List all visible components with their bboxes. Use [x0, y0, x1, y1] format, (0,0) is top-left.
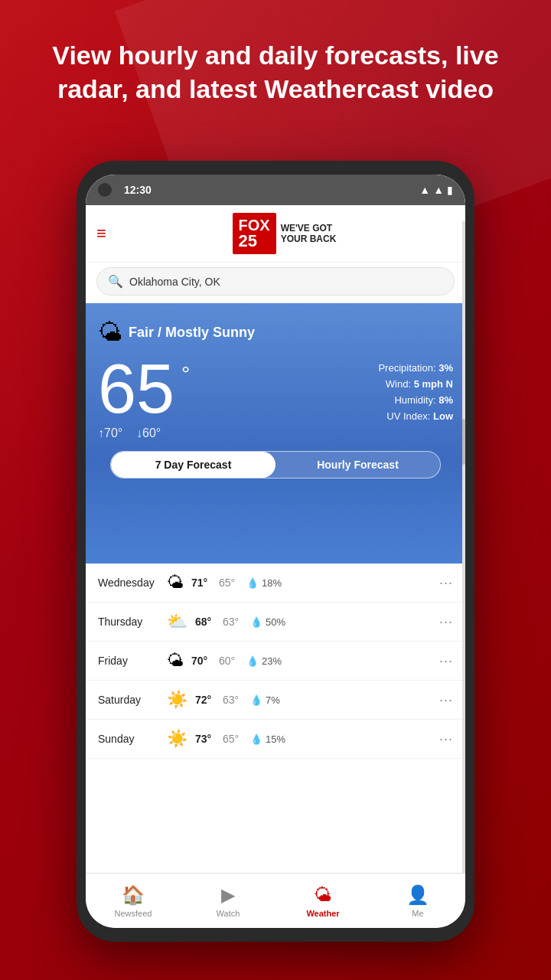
bottom-nav: 🏠 Newsfeed ▶ Watch 🌤 Weather 👤 Me — [86, 873, 465, 928]
forecast-precip-1: 💧 50% — [250, 616, 439, 628]
scrollbar — [462, 220, 465, 882]
forecast-row: Saturday ☀️ 72° 63° 💧 7% ··· — [86, 681, 465, 720]
menu-icon[interactable]: ≡ — [96, 224, 106, 243]
scrollbar-thumb — [462, 419, 465, 465]
humidity-detail: Humidity: 8% — [378, 394, 453, 406]
forecast-precip-3: 💧 7% — [250, 694, 439, 706]
weather-icon: 🌤 — [314, 884, 332, 906]
headline-text: View hourly and daily forecasts, live ra… — [31, 38, 520, 106]
status-time: 12:30 — [124, 184, 152, 196]
forecast-more-1[interactable]: ··· — [439, 614, 453, 630]
search-input[interactable] — [129, 276, 443, 288]
logo-box: FOX 25 — [233, 213, 276, 254]
nav-item-weather[interactable]: 🌤 Weather — [276, 884, 370, 918]
weather-condition-text: Fair / Mostly Sunny — [129, 325, 255, 341]
temperature-value: 65 — [98, 351, 174, 427]
forecast-day-3: Saturday — [98, 694, 167, 706]
forecast-low-2: 60° — [219, 655, 246, 667]
temp-low: ↓60° — [136, 426, 161, 439]
forecast-tabs: 7 Day Forecast Hourly Forecast — [110, 451, 441, 479]
phone-screen: 12:30 ▲ ▲ ▮ ≡ FOX 25 WE'VE GOT YOUR BACK — [86, 175, 465, 928]
play-icon: ▶ — [221, 884, 235, 906]
logo-fox: FOX — [239, 217, 270, 233]
forecast-icon-4: ☀️ — [167, 729, 187, 749]
wifi-icon: ▲ — [419, 184, 430, 196]
forecast-day-4: Sunday — [98, 733, 167, 745]
forecast-high-4: 73° — [195, 733, 223, 745]
humidity-value: 8% — [439, 394, 453, 406]
logo-tagline: WE'VE GOT YOUR BACK — [281, 223, 337, 245]
forecast-icon-2: 🌤 — [167, 651, 184, 671]
temperature-section: 65 ° ↑70° ↓60° — [98, 354, 174, 440]
uv-detail: UV Index: Low — [378, 410, 453, 422]
weather-label: Weather — [306, 909, 339, 918]
forecast-precip-4: 💧 15% — [250, 733, 439, 745]
signal-icon: ▲ — [433, 184, 444, 196]
forecast-precip-0: 💧 18% — [246, 577, 439, 589]
forecast-high-3: 72° — [195, 694, 223, 706]
forecast-icon-1: ⛅ — [167, 612, 187, 632]
weather-main: 65 ° ↑70° ↓60° Precipitation: 3% — [98, 354, 453, 440]
forecast-high-0: 71° — [191, 577, 219, 589]
forecast-row: Thursday ⛅ 68° 63° 💧 50% ··· — [86, 603, 465, 642]
uv-value: Low — [433, 410, 453, 422]
app-header: ≡ FOX 25 WE'VE GOT YOUR BACK — [86, 205, 465, 263]
logo-number: 25 — [239, 233, 270, 250]
temperature-degree: ° — [181, 362, 190, 387]
forecast-row: Sunday ☀️ 73° 65° 💧 15% ··· — [86, 720, 465, 759]
watch-label: Watch — [217, 909, 240, 918]
forecast-high-1: 68° — [195, 616, 223, 628]
nav-item-newsfeed[interactable]: 🏠 Newsfeed — [86, 884, 181, 918]
phone-frame: 12:30 ▲ ▲ ▮ ≡ FOX 25 WE'VE GOT YOUR BACK — [77, 161, 474, 942]
precip-detail: Precipitation: 3% — [378, 362, 453, 374]
forecast-more-4[interactable]: ··· — [439, 731, 453, 747]
weather-condition: 🌤 Fair / Mostly Sunny — [98, 318, 453, 347]
forecast-list: Wednesday 🌤 71° 65° 💧 18% ··· Thursday ⛅… — [86, 564, 465, 759]
battery-icon: ▮ — [447, 184, 453, 196]
forecast-more-3[interactable]: ··· — [439, 692, 453, 708]
forecast-icon-3: ☀️ — [167, 690, 187, 710]
tab-7day[interactable]: 7 Day Forecast — [111, 452, 276, 478]
person-icon: 👤 — [406, 884, 429, 906]
logo-container: FOX 25 WE'VE GOT YOUR BACK — [114, 213, 455, 254]
forecast-more-0[interactable]: ··· — [439, 575, 453, 591]
forecast-low-1: 63° — [223, 616, 250, 628]
forecast-row: Friday 🌤 70° 60° 💧 23% ··· — [86, 642, 465, 681]
forecast-icon-0: 🌤 — [167, 573, 184, 593]
forecast-row: Wednesday 🌤 71° 65° 💧 18% ··· — [86, 564, 465, 603]
wind-value: 5 mph N — [414, 378, 453, 390]
forecast-precip-2: 💧 23% — [246, 655, 439, 667]
forecast-day-1: Thursday — [98, 616, 167, 628]
weather-hero: 🌤 Fair / Mostly Sunny 65 ° ↑70° ↓60° — [86, 303, 465, 564]
weather-details: Precipitation: 3% Wind: 5 mph N Humidity… — [378, 362, 453, 426]
forecast-high-2: 70° — [191, 655, 219, 667]
weather-condition-icon: 🌤 — [98, 318, 122, 347]
me-label: Me — [412, 909, 423, 918]
newsfeed-label: Newsfeed — [115, 909, 152, 918]
forecast-day-0: Wednesday — [98, 577, 167, 589]
forecast-low-3: 63° — [223, 694, 250, 706]
temp-high: ↑70° — [98, 426, 122, 439]
forecast-low-0: 65° — [219, 577, 246, 589]
precip-value: 3% — [439, 362, 453, 374]
nav-item-watch[interactable]: ▶ Watch — [181, 884, 276, 918]
forecast-low-4: 65° — [223, 733, 250, 745]
forecast-day-2: Friday — [98, 655, 167, 667]
home-icon: 🏠 — [122, 884, 145, 906]
forecast-more-2[interactable]: ··· — [439, 653, 453, 669]
temperature-range: ↑70° ↓60° — [98, 426, 174, 440]
search-icon: 🔍 — [108, 274, 123, 289]
status-icons: ▲ ▲ ▮ — [419, 184, 453, 196]
tab-hourly[interactable]: Hourly Forecast — [276, 452, 440, 478]
camera-icon — [98, 183, 112, 197]
wind-detail: Wind: 5 mph N — [378, 378, 453, 390]
search-bar[interactable]: 🔍 — [96, 267, 455, 296]
nav-item-me[interactable]: 👤 Me — [370, 884, 465, 918]
status-bar: 12:30 ▲ ▲ ▮ — [86, 175, 465, 205]
